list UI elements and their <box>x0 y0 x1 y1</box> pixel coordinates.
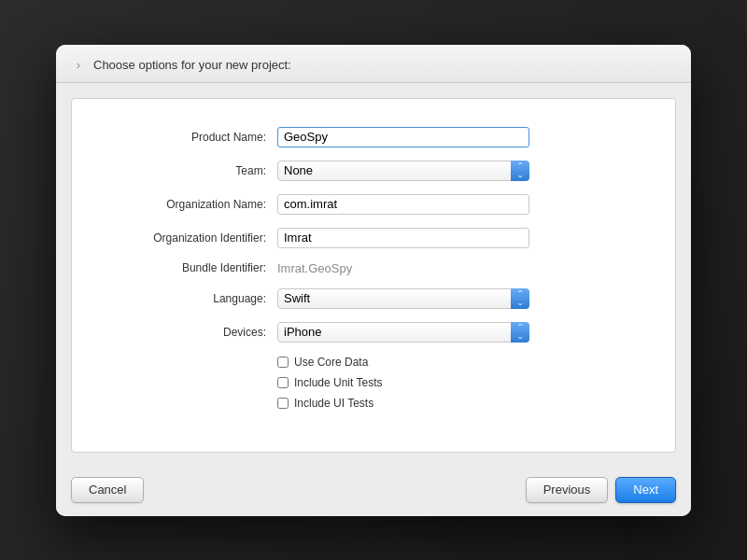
dialog-title: Choose options for your new project: <box>93 58 291 72</box>
checkboxes-area: Use Core Data Include Unit Tests Include… <box>277 356 656 410</box>
team-select[interactable]: None <box>277 161 529 181</box>
include-ui-tests-row: Include UI Tests <box>277 397 656 410</box>
language-label: Language: <box>91 292 277 305</box>
bundle-id-label: Bundle Identifier: <box>91 261 277 274</box>
include-unit-tests-label: Include Unit Tests <box>294 376 383 389</box>
org-name-row: Organization Name: <box>91 194 656 215</box>
include-unit-tests-row: Include Unit Tests <box>277 376 656 389</box>
org-name-input[interactable] <box>277 194 529 215</box>
product-name-label: Product Name: <box>91 131 277 144</box>
use-core-data-checkbox[interactable] <box>277 357 289 368</box>
org-name-label: Organization Name: <box>91 198 277 211</box>
team-select-wrapper: None <box>277 161 529 181</box>
cancel-button[interactable]: Cancel <box>71 477 144 503</box>
product-name-input[interactable] <box>277 127 529 147</box>
new-project-dialog: › Choose options for your new project: P… <box>56 45 691 516</box>
footer-right: Previous Next <box>526 477 676 503</box>
product-name-row: Product Name: <box>91 127 656 147</box>
include-unit-tests-checkbox[interactable] <box>277 377 289 388</box>
org-id-row: Organization Identifier: <box>91 228 656 248</box>
previous-button[interactable]: Previous <box>526 477 609 503</box>
next-button[interactable]: Next <box>615 477 676 503</box>
team-row: Team: None <box>91 161 656 181</box>
dialog-footer: Cancel Previous Next <box>56 468 691 516</box>
team-label: Team: <box>91 164 277 177</box>
org-id-input[interactable] <box>277 228 529 248</box>
dialog-header: › Choose options for your new project: <box>56 45 691 83</box>
use-core-data-row: Use Core Data <box>277 356 656 369</box>
include-ui-tests-checkbox[interactable] <box>277 398 289 409</box>
language-select[interactable]: Swift Objective-C <box>277 288 529 309</box>
bundle-id-value: Imrat.GeoSpy <box>277 261 352 275</box>
include-ui-tests-label: Include UI Tests <box>294 397 374 410</box>
bundle-id-row: Bundle Identifier: Imrat.GeoSpy <box>91 261 656 275</box>
back-chevron-icon[interactable]: › <box>71 58 86 73</box>
org-id-label: Organization Identifier: <box>91 231 277 245</box>
dialog-body: Product Name: Team: None Organization Na… <box>71 98 676 453</box>
language-row: Language: Swift Objective-C <box>91 288 656 309</box>
devices-select-wrapper: iPhone iPad Universal <box>277 322 529 343</box>
checkboxes-container: Use Core Data Include Unit Tests Include… <box>277 356 656 410</box>
devices-label: Devices: <box>91 326 277 339</box>
devices-row: Devices: iPhone iPad Universal <box>91 322 656 343</box>
devices-select[interactable]: iPhone iPad Universal <box>277 322 529 343</box>
language-select-wrapper: Swift Objective-C <box>277 288 529 309</box>
use-core-data-label: Use Core Data <box>294 356 368 369</box>
